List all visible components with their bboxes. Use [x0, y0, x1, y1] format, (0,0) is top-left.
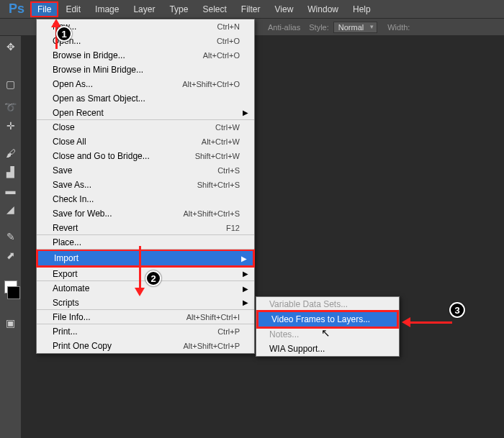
menu-type[interactable]: Type [162, 1, 195, 17]
menu-filter[interactable]: Filter [234, 1, 268, 17]
menu-window[interactable]: Window [300, 1, 346, 17]
menu-item-place[interactable]: Place... [37, 235, 254, 250]
menu-item-label: Export [53, 269, 78, 279]
menu-item-close-all[interactable]: Close AllAlt+Ctrl+W [37, 134, 254, 149]
import-row-highlight: Import▶ [36, 249, 255, 268]
menu-item-import[interactable]: Import▶ [38, 251, 253, 265]
menu-item-check-in[interactable]: Check In... [37, 192, 254, 206]
menu-item-shortcut: Alt+Shift+Ctrl+P [183, 342, 240, 350]
background-swatch[interactable] [7, 286, 20, 299]
menu-item-scripts[interactable]: Scripts▶ [37, 296, 254, 310]
menu-item-shortcut: Ctrl+W [215, 123, 240, 132]
pen-tool-icon[interactable]: ✎ [3, 229, 19, 245]
menu-item-shortcut: Ctrl+S [217, 166, 240, 175]
menu-item-shortcut: Shift+Ctrl+W [195, 152, 240, 160]
menu-file[interactable]: File [30, 1, 58, 17]
annotation-arrow-2 [139, 246, 141, 289]
annotation-badge-1: 1 [56, 26, 72, 42]
menu-item-label: Import [54, 253, 78, 263]
menu-item-shortcut: F12 [226, 224, 240, 232]
ps-logo: Ps [3, 1, 30, 17]
menu-item-label: Scripts [53, 298, 79, 308]
submenu-item-video-frames-to-layers[interactable]: Video Frames to Layers... [258, 312, 397, 327]
menu-item-label: Check In... [53, 194, 94, 204]
submenu-arrow-icon: ▶ [241, 255, 247, 263]
menu-item-open-recent[interactable]: Open Recent▶ [37, 106, 254, 120]
submenu-item-variable-data-sets: Variable Data Sets... [256, 297, 399, 311]
width-label: Width: [387, 23, 410, 32]
menu-item-label: File Info... [53, 312, 91, 322]
menu-item-file-info[interactable]: File Info...Alt+Shift+Ctrl+I [37, 310, 254, 324]
file-dropdown: New...Ctrl+NOpen...Ctrl+OBrowse in Bridg… [36, 19, 255, 354]
menu-select[interactable]: Select [195, 1, 233, 17]
menu-item-shortcut: Alt+Ctrl+O [203, 51, 240, 60]
menubar: Ps File Edit Image Layer Type Select Fil… [0, 0, 504, 19]
menu-item-label: Save for Web... [53, 209, 112, 219]
menu-image[interactable]: Image [88, 1, 126, 17]
menu-item-save-for-web[interactable]: Save for Web...Alt+Shift+Ctrl+S [37, 206, 254, 221]
marquee-tool-icon[interactable]: ▢ [3, 76, 19, 92]
menu-layer[interactable]: Layer [126, 1, 162, 17]
menu-item-close-and-go-to-bridge[interactable]: Close and Go to Bridge...Shift+Ctrl+W [37, 149, 254, 163]
gradient-tool-icon[interactable]: ◢ [3, 201, 19, 217]
menu-item-label: Browse in Bridge... [53, 50, 125, 60]
quickmask-icon[interactable]: ▣ [3, 315, 19, 331]
menu-item-label: Close All [53, 137, 86, 147]
menu-item-browse-in-bridge[interactable]: Browse in Bridge...Alt+Ctrl+O [37, 48, 254, 63]
lasso-tool-icon[interactable]: ➰ [3, 99, 19, 115]
menu-item-open-as[interactable]: Open As...Alt+Shift+Ctrl+O [37, 77, 254, 91]
menu-item-shortcut: Alt+Shift+Ctrl+O [182, 80, 240, 88]
menu-item-shortcut: Shift+Ctrl+S [197, 181, 240, 189]
menu-item-shortcut: Ctrl+O [217, 37, 240, 45]
menu-item-print[interactable]: Print...Ctrl+P [37, 324, 254, 339]
toolbox: ✥ ▢ ➰ ✛ 🖌 ▟ ▬ ◢ ✎ ⬈ ▣ [0, 36, 22, 438]
menu-item-label: Revert [53, 223, 78, 233]
menu-help[interactable]: Help [346, 1, 378, 17]
brush-tool-icon[interactable]: 🖌 [3, 145, 19, 161]
style-label: Style: [309, 23, 329, 32]
submenu-arrow-icon: ▶ [243, 270, 248, 278]
menu-item-label: Open As... [53, 79, 93, 89]
menu-item-shortcut: Alt+Ctrl+W [202, 137, 240, 146]
submenu-item-wia-support[interactable]: WIA Support... [256, 342, 399, 356]
submenu-arrow-icon: ▶ [243, 109, 248, 117]
menu-item-open-as-smart-object[interactable]: Open as Smart Object... [37, 91, 254, 106]
menu-item-browse-in-mini-bridge[interactable]: Browse in Mini Bridge... [37, 63, 254, 77]
annotation-badge-2: 2 [145, 270, 161, 286]
submenu-arrow-icon: ▶ [243, 298, 248, 306]
menu-item-label: Browse in Mini Bridge... [53, 65, 143, 75]
eraser-tool-icon[interactable]: ▬ [3, 183, 19, 199]
annotation-arrow-3 [409, 321, 452, 324]
menu-item-save-as[interactable]: Save As...Shift+Ctrl+S [37, 178, 254, 192]
menu-item-shortcut: Ctrl+N [217, 22, 240, 31]
menu-item-label: Save As... [53, 180, 91, 190]
menu-item-label: Close [53, 122, 75, 132]
style-select[interactable]: Normal [333, 22, 377, 33]
move-tool-icon[interactable]: ✥ [3, 39, 19, 55]
menu-item-save[interactable]: SaveCtrl+S [37, 163, 254, 178]
menu-item-label: Automate [53, 283, 89, 293]
submenu-arrow-icon: ▶ [243, 285, 248, 293]
menu-item-shortcut: Alt+Shift+Ctrl+I [186, 313, 240, 321]
menu-item-label: Place... [53, 237, 81, 247]
stamp-tool-icon[interactable]: ▟ [3, 164, 19, 180]
menu-item-shortcut: Ctrl+P [217, 327, 240, 336]
menu-item-revert[interactable]: RevertF12 [37, 221, 254, 235]
menu-item-print-one-copy[interactable]: Print One CopyAlt+Shift+Ctrl+P [37, 339, 254, 353]
menu-item-label: Print... [53, 327, 78, 337]
menu-item-label: Print One Copy [53, 341, 112, 351]
menu-item-label: Close and Go to Bridge... [53, 151, 150, 161]
menu-item-label: Save [53, 165, 72, 175]
menu-edit[interactable]: Edit [58, 1, 88, 17]
annotation-badge-3: 3 [449, 302, 465, 318]
crop-tool-icon[interactable]: ✛ [3, 118, 19, 134]
menu-item-label: Open as Smart Object... [53, 93, 145, 104]
menu-item-automate[interactable]: Automate▶ [37, 281, 254, 296]
menu-view[interactable]: View [268, 1, 301, 17]
menu-item-close[interactable]: CloseCtrl+W [37, 120, 254, 134]
cursor-icon: ↖ [321, 327, 330, 339]
path-tool-icon[interactable]: ⬈ [3, 247, 19, 263]
menu-item-shortcut: Alt+Shift+Ctrl+S [183, 209, 240, 218]
menu-item-label: Open Recent [53, 108, 104, 118]
antialias-label: Anti-alias [268, 23, 300, 32]
